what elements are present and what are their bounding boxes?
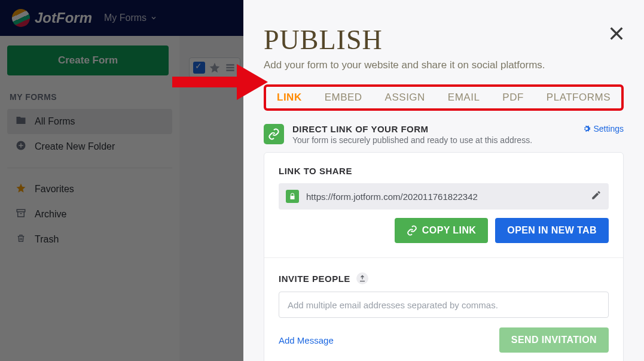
add-message-link[interactable]: Add Message [279,335,334,345]
upload-icon[interactable] [356,272,368,284]
tab-platforms[interactable]: PLATFORMS [547,92,611,104]
close-button[interactable] [607,24,626,45]
edit-link-button[interactable] [591,190,602,203]
invite-heading: INVITE PEOPLE [279,272,609,284]
publish-panel: PUBLISH Add your form to your website an… [243,0,644,361]
divider [264,257,623,258]
tab-embed[interactable]: EMBED [325,92,362,104]
share-heading: LINK TO SHARE [279,166,609,176]
gear-icon [582,125,591,133]
share-link-url: https://form.jotform.com/202011761822342 [306,192,584,202]
publish-title: PUBLISH [264,24,624,56]
close-icon [607,24,626,43]
share-card: LINK TO SHARE https://form.jotform.com/2… [264,152,624,361]
share-link-field[interactable]: https://form.jotform.com/202011761822342 [279,183,609,210]
send-invitation-button[interactable]: SEND INVITATION [499,327,609,353]
open-new-tab-button[interactable]: OPEN IN NEW TAB [495,218,609,243]
direct-link-title: DIRECT LINK OF YOUR FORM [292,124,532,134]
invite-actions-row: Add Message SEND INVITATION [279,327,609,353]
copy-link-label: COPY LINK [422,225,476,236]
share-buttons-row: COPY LINK OPEN IN NEW TAB [279,218,609,243]
link-icon [407,225,417,236]
invite-email-input[interactable] [279,292,609,318]
publish-subtitle: Add your form to your website and share … [264,59,624,71]
direct-link-header: DIRECT LINK OF YOUR FORM Your form is se… [264,124,624,145]
pencil-icon [591,190,602,201]
settings-label: Settings [593,124,624,134]
direct-link-desc: Your form is securely published and read… [292,135,532,145]
tab-assign[interactable]: ASSIGN [385,92,425,104]
copy-link-button[interactable]: COPY LINK [395,218,488,243]
tab-pdf[interactable]: PDF [502,92,524,104]
lock-icon [286,190,299,203]
invite-heading-label: INVITE PEOPLE [279,274,350,284]
tab-email[interactable]: EMAIL [448,92,480,104]
publish-tabs: LINK EMBED ASSIGN EMAIL PDF PLATFORMS [264,84,624,111]
tab-link[interactable]: LINK [277,92,302,104]
settings-link[interactable]: Settings [582,124,624,134]
link-icon [264,124,284,144]
